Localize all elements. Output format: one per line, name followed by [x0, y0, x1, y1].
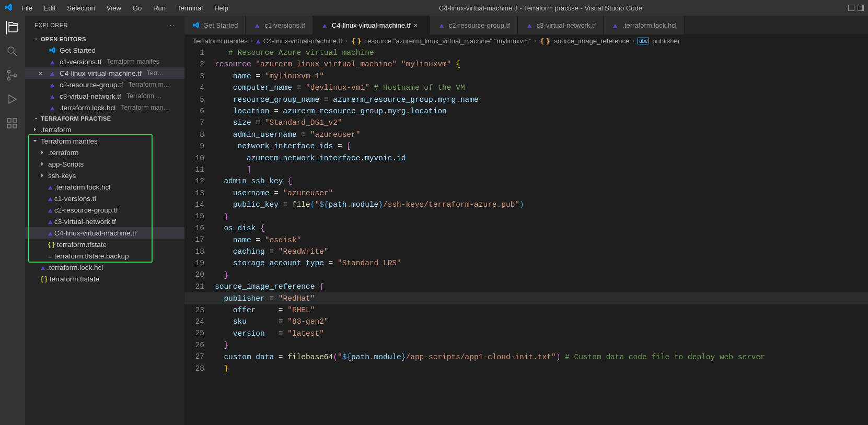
search-icon[interactable] [6, 45, 19, 58]
open-editor-item[interactable]: ⟁c3-virtual-network.tfTerraform ... [25, 90, 184, 102]
code-area[interactable]: 1234567891011121314151617181920212223242… [184, 47, 868, 425]
code-line[interactable]: public_key = file("${path.module}/ssh-ke… [215, 199, 868, 210]
menu-help[interactable]: Help [210, 2, 233, 14]
svg-point-2 [8, 70, 10, 73]
explorer-icon[interactable] [6, 21, 19, 34]
tree-file[interactable]: ⟁C4-linux-virtual-machine.tf [25, 227, 184, 239]
code-line[interactable]: os_disk { [215, 222, 868, 234]
menu-terminal[interactable]: Terminal [172, 2, 207, 14]
file-hint: Terraform manifes [107, 58, 159, 65]
activity-bar [0, 16, 25, 425]
menu-selection[interactable]: Selection [62, 2, 99, 14]
open-editor-item[interactable]: ⟁c1-versions.tfTerraform manifes [25, 56, 184, 67]
tree-file[interactable]: { }terraform.tfstate [25, 273, 184, 285]
breadcrumb-symbol1[interactable]: resource "azurerm_linux_virtual_machine"… [365, 37, 531, 45]
code-line[interactable]: } [215, 363, 868, 374]
svg-point-4 [14, 74, 17, 77]
open-editor-item[interactable]: ⟁c2-resource-group.tfTerraform m... [25, 79, 184, 90]
code-line[interactable]: name = "mylinuxvm-1" [215, 70, 868, 82]
breadcrumbs[interactable]: Terraform manifes › ⟁ C4-linux-virtual-m… [184, 34, 868, 47]
code-line[interactable]: username = "azureuser" [215, 187, 868, 199]
menu-go[interactable]: Go [128, 2, 146, 14]
svg-line-1 [14, 53, 17, 56]
tree-label: ssh-keys [48, 172, 76, 180]
menu-view[interactable]: View [102, 2, 126, 14]
window-title: C4-linux-virtual-machine.tf - Terraform … [233, 4, 848, 12]
code-line[interactable]: storage_account_type = "Standard_LRS" [215, 257, 868, 269]
tree-file[interactable]: ⟁c3-virtual-network.tf [25, 216, 184, 227]
layout-icon[interactable] [848, 5, 854, 11]
code-line[interactable]: } [215, 211, 868, 222]
code-line[interactable]: ] [215, 164, 868, 175]
open-editor-item[interactable]: Get Started [25, 44, 184, 56]
tree-file[interactable]: ⟁.terraform.lock.hcl [25, 181, 184, 193]
code-line[interactable]: caching = "ReadWrite" [215, 246, 868, 257]
code-line[interactable]: computer_name = "devlinux-vm1" # Hostnam… [215, 82, 868, 93]
tab[interactable]: ⟁c1-versions.tf [246, 16, 313, 34]
code-line[interactable]: sku = "83-gen2" [215, 316, 868, 327]
breadcrumb-symbol3[interactable]: publisher [652, 37, 680, 45]
open-editors-list: Get Started⟁c1-versions.tfTerraform mani… [25, 44, 184, 113]
menu-run[interactable]: Run [148, 2, 170, 14]
tree-file[interactable]: ⟁c1-versions.tf [25, 193, 184, 204]
code-line[interactable]: name = "osdisk" [215, 234, 868, 246]
tab[interactable]: Get Started [184, 16, 246, 34]
layout-side-icon[interactable] [858, 5, 864, 11]
code-line[interactable]: resource_group_name = azurerm_resource_g… [215, 94, 868, 105]
tree-folder[interactable]: ssh-keys [25, 170, 184, 181]
tree-label: terraform.tfstate.backup [54, 252, 129, 260]
tree-folder[interactable]: .terraform [25, 124, 184, 135]
breadcrumb-file[interactable]: C4-linux-virtual-machine.tf [263, 37, 342, 45]
close-icon[interactable]: × [37, 69, 45, 77]
tree-folder[interactable]: .terraform [25, 147, 184, 158]
file-label: Get Started [60, 46, 96, 54]
tab[interactable]: ⟁c3-virtual-network.tf [518, 16, 604, 34]
extensions-icon[interactable] [6, 117, 19, 131]
open-editors-header[interactable]: OPEN EDITORS [25, 34, 184, 44]
code-line[interactable]: version = "latest" [215, 328, 868, 339]
svg-rect-5 [7, 119, 11, 122]
code-line[interactable]: azurerm_network_interface.myvnic.id [215, 152, 868, 164]
code-line[interactable]: size = "Standard_DS1_v2" [215, 117, 868, 128]
tree-file[interactable]: ⟁.terraform.lock.hcl [25, 262, 184, 273]
menu-file[interactable]: File [17, 2, 37, 14]
code-line[interactable]: # Resource Azure virtual machine [215, 47, 868, 58]
tab[interactable]: ⟁c2-resource-group.tf [430, 16, 518, 34]
code-line[interactable]: location = azurerm_resource_group.myrg.l… [215, 105, 868, 117]
more-icon[interactable]: ··· [167, 22, 175, 28]
tab-bar: Get Started⟁c1-versions.tf⟁C4-linux-virt… [184, 16, 868, 34]
code-line[interactable]: publisher = "RedHat" [215, 293, 868, 304]
tree-file[interactable]: ≡terraform.tfstate.backup [25, 250, 184, 262]
source-control-icon[interactable] [6, 69, 19, 82]
file-label: C4-linux-virtual-machine.tf [60, 69, 142, 77]
tab[interactable]: ⟁.terraform.lock.hcl [604, 16, 684, 34]
tree-label: .terraform [41, 126, 72, 134]
code-line[interactable]: source_image_reference { [215, 281, 868, 292]
code-line[interactable]: resource "azurerm_linux_virtual_machine"… [215, 58, 868, 70]
tree-folder[interactable]: Terraform manifes [25, 135, 184, 147]
tab[interactable]: ⟁C4-linux-virtual-machine.tf× [313, 16, 430, 34]
tree-folder[interactable]: app-Scripts [25, 158, 184, 170]
tab-label: c1-versions.tf [264, 21, 305, 29]
code-line[interactable]: network_interface_ids = [ [215, 140, 868, 152]
sidebar-header: EXPLORER ··· [25, 16, 184, 34]
tree-file[interactable]: { }terraform.tfstate [25, 239, 184, 250]
code-line[interactable]: admin_username = "azureuser" [215, 129, 868, 140]
code-line[interactable]: admin_ssh_key { [215, 175, 868, 187]
project-header[interactable]: TERRAFORM PRACTISE [25, 113, 184, 124]
open-editor-item[interactable]: ×⟁C4-linux-virtual-machine.tfTerr... [25, 67, 184, 79]
code-line[interactable]: custom_data = filebase64("${path.module}… [215, 351, 868, 363]
breadcrumb-symbol2[interactable]: source_image_reference [554, 37, 629, 45]
tree-file[interactable]: ⟁c2-resource-group.tf [25, 204, 184, 216]
code-line[interactable]: } [215, 269, 868, 281]
breadcrumb-folder[interactable]: Terraform manifes [193, 37, 248, 45]
code-line[interactable]: offer = "RHEL" [215, 304, 868, 316]
code-line[interactable]: } [215, 339, 868, 351]
run-debug-icon[interactable] [6, 93, 19, 107]
tree-label: .terraform.lock.hcl [54, 183, 110, 191]
open-editor-item[interactable]: ⟁.terraform.lock.hclTerraform man... [25, 102, 184, 113]
menu-edit[interactable]: Edit [39, 2, 60, 14]
close-icon[interactable]: × [414, 21, 422, 29]
vscode-logo-icon [4, 3, 17, 13]
code-lines[interactable]: # Resource Azure virtual machineresource… [215, 47, 868, 425]
